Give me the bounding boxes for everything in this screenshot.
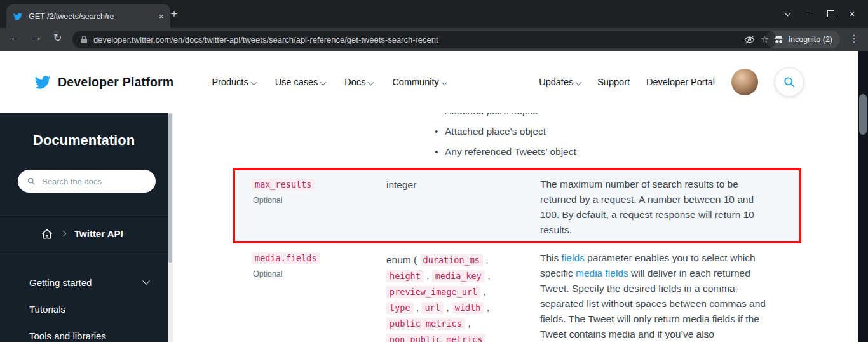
param-type-enum: enum ( duration_ms , height , media_key … xyxy=(386,252,507,342)
list-item: Any referenced Tweets’ object xyxy=(435,142,576,162)
sidebar-search-input[interactable] xyxy=(41,176,139,187)
back-button[interactable]: ← xyxy=(10,32,20,43)
sidebar-item-tools-and-libraries[interactable]: Tools and libraries xyxy=(0,322,168,342)
nav-updates[interactable]: Updates xyxy=(539,77,581,87)
param-requirement: Optional xyxy=(253,196,283,205)
sidebar-section-label: Twitter API xyxy=(74,228,123,239)
sidebar-scrollbar-thumb[interactable] xyxy=(168,113,172,263)
page-scrollbar-thumb[interactable] xyxy=(859,94,867,135)
window-maximize-button[interactable] xyxy=(820,9,841,19)
docs-sidebar: Documentation Twitter API Getting starte… xyxy=(0,113,168,342)
tab-title: GET /2/tweets/search/re xyxy=(29,12,153,21)
browser-menu-icon[interactable]: ⋮ xyxy=(849,32,859,44)
param-name-max-results: max_results xyxy=(252,179,315,191)
docs-content: Attached poll’s object Attached place’s … xyxy=(173,113,858,342)
site-info-lock-icon[interactable] xyxy=(80,35,88,44)
browser-toolbar: ← → ↻ developer.twitter.com/en/docs/twit… xyxy=(0,28,868,51)
eye-off-icon[interactable] xyxy=(744,34,755,45)
enum-value-chip: non_public_metrics xyxy=(386,334,485,342)
site-header: Developer Platform Products Use cases Do… xyxy=(0,51,858,113)
sidebar-search[interactable] xyxy=(18,170,156,193)
incognito-badge[interactable]: Incognito (2) xyxy=(766,31,840,48)
param-name-media-fields: media.fields xyxy=(252,252,320,264)
window-controls: – × xyxy=(776,3,863,25)
list-item: Attached poll’s object xyxy=(435,113,576,121)
header-right-nav: Updates Support Developer Portal xyxy=(539,67,804,97)
reload-button[interactable]: ↻ xyxy=(53,32,62,44)
nav-community[interactable]: Community xyxy=(392,77,446,87)
doc-link[interactable]: fields xyxy=(562,252,585,263)
twitter-favicon xyxy=(13,12,23,21)
enum-value-chip: duration_ms xyxy=(420,254,483,266)
tab-close-icon[interactable]: × xyxy=(158,11,164,21)
window-minimize-button[interactable]: – xyxy=(798,9,820,19)
main-nav: Products Use cases Docs Community xyxy=(212,77,446,87)
new-tab-button[interactable]: + xyxy=(166,6,182,22)
nav-use-cases[interactable]: Use cases xyxy=(275,77,326,87)
param-requirement: Optional xyxy=(253,270,283,278)
param-description: This fields parameter enables you to sel… xyxy=(540,250,782,342)
chevron-down-icon xyxy=(576,79,582,85)
incognito-label: Incognito (2) xyxy=(789,35,832,44)
enum-token-list: duration_ms , height , media_key , previ… xyxy=(386,254,490,342)
sidebar-item-label: Tutorials xyxy=(29,304,65,315)
sidebar-item-label: Tools and libraries xyxy=(29,331,106,341)
enum-value-chip: public_metrics xyxy=(386,318,465,330)
enum-value-chip: type xyxy=(386,302,414,314)
nav-support[interactable]: Support xyxy=(597,77,630,87)
description-text: This xyxy=(540,252,562,263)
param-description: The maximum number of search results to … xyxy=(540,177,764,238)
enum-value-chip: media_key xyxy=(432,270,485,282)
sidebar-scrollbar[interactable] xyxy=(168,113,173,342)
brand-logo[interactable]: Developer Platform xyxy=(33,74,173,90)
enum-value-chip: preview_image_url xyxy=(386,286,480,298)
sidebar-item-label: Getting started xyxy=(29,277,92,288)
enum-value-chip: height xyxy=(386,270,424,282)
nav-docs[interactable]: Docs xyxy=(344,77,373,87)
list-item: Attached place’s object xyxy=(435,121,576,142)
browser-tab[interactable]: GET /2/tweets/search/re × xyxy=(6,4,170,28)
brand-name: Developer Platform xyxy=(58,75,173,90)
enum-value-chip: url xyxy=(421,302,443,314)
chevron-down-icon xyxy=(441,79,447,85)
enum-prefix: enum ( xyxy=(386,254,417,265)
window-menu-chevron-icon[interactable] xyxy=(776,9,798,19)
forward-button[interactable]: → xyxy=(32,32,42,43)
address-bar[interactable]: developer.twitter.com/en/docs/twitter-ap… xyxy=(72,31,776,48)
search-icon xyxy=(783,76,796,88)
nav-developer-portal[interactable]: Developer Portal xyxy=(646,77,715,87)
chevron-down-icon xyxy=(368,79,374,85)
expansions-bullet-list: Attached poll’s object Attached place’s … xyxy=(435,113,576,162)
chevron-down-icon xyxy=(250,79,257,85)
sidebar-item-tutorials[interactable]: Tutorials xyxy=(0,296,168,322)
page-scrollbar[interactable] xyxy=(858,51,868,342)
browser-window: GET /2/tweets/search/re × + – × ← → ↻ de… xyxy=(0,0,868,342)
sidebar-section-twitter-api[interactable]: Twitter API xyxy=(0,217,168,250)
home-icon xyxy=(41,228,53,240)
incognito-icon xyxy=(773,34,784,45)
nav-products[interactable]: Products xyxy=(212,77,255,87)
header-search-button[interactable] xyxy=(775,67,804,97)
url-text[interactable]: developer.twitter.com/en/docs/twitter-ap… xyxy=(93,35,738,44)
param-type: integer xyxy=(386,179,416,191)
window-close-button[interactable]: × xyxy=(841,9,863,19)
chevron-down-icon xyxy=(142,277,149,284)
search-icon xyxy=(27,177,36,186)
avatar[interactable] xyxy=(731,69,758,95)
twitter-bird-icon xyxy=(33,74,52,90)
enum-value-chip: width xyxy=(452,302,484,314)
sidebar-item-getting-started[interactable]: Getting started xyxy=(0,269,168,296)
chevron-down-icon xyxy=(320,79,327,85)
browser-tab-strip: GET /2/tweets/search/re × + – × xyxy=(0,0,868,28)
doc-link[interactable]: media fields xyxy=(576,268,628,278)
chevron-right-icon xyxy=(60,231,67,237)
sidebar-title: Documentation xyxy=(33,132,135,149)
